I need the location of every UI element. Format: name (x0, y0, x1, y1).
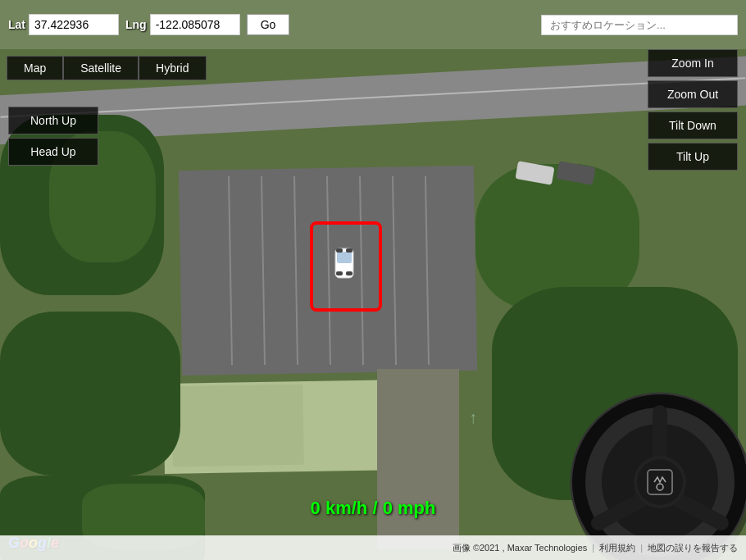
steering-wheel (557, 380, 746, 560)
svg-rect-3 (346, 271, 353, 275)
speed-mph: 0 mph (383, 498, 436, 518)
tree-cluster-3 (0, 312, 180, 476)
svg-rect-2 (336, 271, 343, 275)
lat-label: Lat (8, 18, 25, 31)
svg-rect-5 (346, 248, 353, 253)
terms-link[interactable]: 利用規約 (599, 542, 635, 554)
report-link[interactable]: 地図の誤りを報告する (648, 542, 738, 554)
svg-rect-4 (336, 248, 343, 253)
lng-input[interactable] (150, 14, 240, 35)
copyright-text: 画像 ©2021 , Maxar Technologies (453, 542, 587, 554)
lng-label: Lng (125, 18, 147, 31)
go-button[interactable]: Go (247, 14, 290, 35)
top-bar: Lat Lng Go (0, 0, 746, 49)
zoom-in-button[interactable]: Zoom In (648, 49, 738, 77)
right-controls: Zoom In Zoom Out Tilt Down Tilt Up (648, 49, 738, 171)
head-up-button[interactable]: Head Up (8, 138, 98, 166)
bottom-bar: 画像 ©2021 , Maxar Technologies | 利用規約 | 地… (0, 535, 746, 560)
tilt-up-button[interactable]: Tilt Up (648, 143, 738, 171)
map-button[interactable]: Map (7, 56, 63, 80)
walkway (377, 369, 459, 549)
separator-1: | (592, 543, 594, 553)
zoom-out-button[interactable]: Zoom Out (648, 80, 738, 108)
svg-rect-1 (337, 252, 352, 263)
north-up-button[interactable]: North Up (8, 107, 98, 134)
speed-separator: / (367, 498, 382, 518)
separator-2: | (640, 543, 643, 553)
lat-input[interactable] (29, 14, 119, 35)
speed-kmh: 0 km/h (311, 498, 368, 518)
building-left-wing (171, 385, 304, 467)
road-arrow: ↑ (469, 408, 484, 429)
map-type-bar: Map Satellite Hybrid (0, 49, 213, 87)
recommend-input[interactable] (541, 15, 738, 35)
satellite-button[interactable]: Satellite (63, 56, 139, 80)
left-controls: North Up Head Up (8, 107, 98, 166)
tilt-down-button[interactable]: Tilt Down (648, 112, 738, 139)
hybrid-button[interactable]: Hybrid (139, 56, 206, 80)
player-car (332, 242, 357, 283)
speed-display: 0 km/h / 0 mph (311, 498, 436, 519)
